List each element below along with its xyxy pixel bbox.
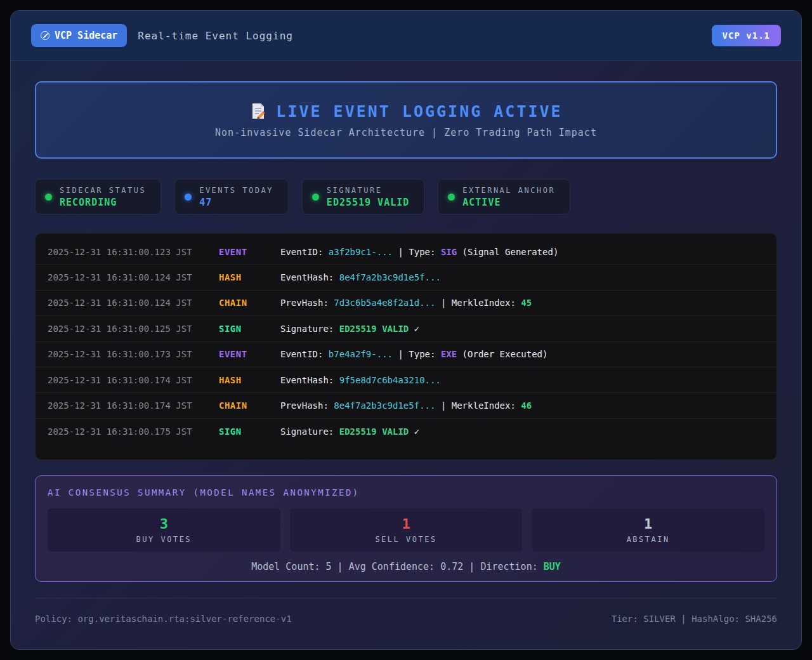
log-message: Signature: ED25519 VALID ✓ (280, 426, 764, 437)
log-message-segment: EventID: (280, 349, 329, 359)
app-window: VCP Sidecar Real-time Event Logging VCP … (10, 10, 802, 650)
status-card-row: SIDECAR STATUSRECORDINGEVENTS TODAY47SIG… (35, 179, 777, 214)
banner-subtitle: Non-invasive Sidecar Architecture | Zero… (215, 127, 597, 138)
vcp-sidecar-badge-label: VCP Sidecar (55, 30, 117, 41)
vote-label: ABSTAIN (627, 535, 670, 544)
status-card-text: EXTERNAL ANCHORACTIVE (462, 186, 555, 208)
log-message-segment: Signature: (280, 426, 339, 437)
log-message-segment: a3f2b9c1-... (329, 247, 393, 257)
log-message-segment: | Type: (393, 247, 441, 257)
log-timestamp: 2025-12-31 16:31:00.123 JST (48, 247, 219, 257)
log-message-segment: PrevHash: (280, 298, 334, 308)
banner-title: LIVE EVENT LOGGING ACTIVE (276, 102, 562, 121)
log-message-segment: 46 (521, 400, 532, 411)
vcp-logo-icon (41, 31, 49, 40)
log-tag: HASH (219, 272, 280, 282)
log-tag: HASH (219, 375, 280, 385)
log-timestamp: 2025-12-31 16:31:00.174 JST (48, 400, 219, 411)
status-card-text: EVENTS TODAY47 (199, 186, 273, 208)
votes-row: 3BUY VOTES1SELL VOTES1ABSTAIN (48, 508, 764, 551)
status-card-label: SIDECAR STATUS (60, 186, 146, 195)
banner-title-row: LIVE EVENT LOGGING ACTIVE (249, 102, 562, 121)
log-message-segment: 8e4f7a2b3c9d1e5f... (334, 400, 435, 411)
log-message-segment: 9f5e8d7c6b4a3210... (339, 375, 441, 385)
status-card-text: SIGNATUREED25519 VALID (327, 186, 409, 208)
status-card: SIDECAR STATUSRECORDING (35, 179, 161, 214)
status-dot-icon (45, 194, 52, 201)
log-message-segment: | MerkleIndex: (435, 400, 521, 411)
log-row: 2025-12-31 16:31:00.173 JSTEVENTEventID:… (36, 342, 776, 367)
vote-value: 1 (644, 516, 652, 532)
log-row: 2025-12-31 16:31:00.125 JSTSIGNSignature… (36, 316, 776, 341)
log-message-segment: | MerkleIndex: (435, 298, 521, 308)
consensus-title: AI CONSENSUS SUMMARY (MODEL NAMES ANONYM… (48, 487, 764, 498)
log-timestamp: 2025-12-31 16:31:00.174 JST (48, 375, 219, 385)
event-log-panel: 2025-12-31 16:31:00.123 JSTEVENTEventID:… (35, 233, 777, 460)
consensus-direction: BUY (544, 561, 561, 572)
status-card: EVENTS TODAY47 (174, 179, 289, 214)
log-tag: CHAIN (219, 298, 280, 308)
status-dot-icon (185, 194, 192, 201)
log-timestamp: 2025-12-31 16:31:00.124 JST (48, 272, 219, 282)
log-message-segment: Signature: (280, 324, 339, 334)
status-dot-icon (448, 194, 455, 201)
log-message-segment: b7e4a2f9-... (329, 349, 393, 359)
memo-icon (249, 102, 267, 120)
ai-consensus-panel: AI CONSENSUS SUMMARY (MODEL NAMES ANONYM… (35, 475, 777, 582)
log-row: 2025-12-31 16:31:00.174 JSTHASHEventHash… (36, 367, 776, 393)
status-card: SIGNATUREED25519 VALID (302, 179, 424, 214)
vcp-sidecar-badge: VCP Sidecar (31, 24, 127, 47)
content-area: LIVE EVENT LOGGING ACTIVE Non-invasive S… (11, 81, 801, 624)
vote-label: BUY VOTES (136, 535, 192, 544)
vote-label: SELL VOTES (375, 535, 436, 544)
status-card-label: SIGNATURE (327, 186, 409, 195)
log-tag: SIGN (219, 324, 280, 334)
log-message: EventID: b7e4a2f9-... | Type: EXE (Order… (280, 349, 764, 359)
log-tag: CHAIN (219, 400, 280, 411)
log-timestamp: 2025-12-31 16:31:00.173 JST (48, 349, 219, 359)
log-tag: EVENT (219, 349, 280, 359)
log-message: PrevHash: 7d3c6b5a4e8f2a1d... | MerkleIn… (280, 298, 764, 308)
log-message: PrevHash: 8e4f7a2b3c9d1e5f... | MerkleIn… (280, 400, 764, 411)
log-message-segment: ✓ (409, 426, 419, 437)
page-title: Real-time Event Logging (138, 30, 293, 42)
footer-tier: Tier: SILVER | HashAlgo: SHA256 (612, 614, 777, 624)
log-message-segment: EventHash: (280, 375, 339, 385)
vote-card: 3BUY VOTES (48, 508, 280, 551)
log-message-segment: (Order Executed) (457, 349, 547, 359)
status-card-label: EXTERNAL ANCHOR (462, 186, 555, 195)
vote-value: 3 (160, 516, 168, 532)
footer: Policy: org.veritaschain.rta:silver-refe… (35, 614, 777, 624)
consensus-summary: Model Count: 5 | Avg Confidence: 0.72 | … (48, 561, 764, 572)
log-message-segment: ED25519 VALID (339, 324, 409, 334)
log-timestamp: 2025-12-31 16:31:00.124 JST (48, 298, 219, 308)
log-timestamp: 2025-12-31 16:31:00.175 JST (48, 426, 219, 437)
log-message-segment: | Type: (393, 349, 441, 359)
log-tag: EVENT (219, 247, 280, 257)
status-dot-icon (312, 194, 319, 201)
log-row: 2025-12-31 16:31:00.175 JSTSIGNSignature… (36, 419, 776, 444)
status-card-value: ED25519 VALID (327, 197, 409, 208)
log-message-segment: 8e4f7a2b3c9d1e5f... (339, 272, 441, 282)
log-message-segment: EventHash: (280, 272, 339, 282)
log-row: 2025-12-31 16:31:00.123 JSTEVENTEventID:… (36, 239, 776, 265)
footer-policy: Policy: org.veritaschain.rta:silver-refe… (35, 614, 292, 624)
log-row: 2025-12-31 16:31:00.124 JSTHASHEventHash… (36, 265, 776, 290)
log-message-segment: SIG (441, 247, 457, 257)
vote-card: 1ABSTAIN (532, 508, 764, 551)
vote-value: 1 (402, 516, 410, 532)
log-message: EventHash: 8e4f7a2b3c9d1e5f... (280, 272, 764, 282)
log-message: EventHash: 9f5e8d7c6b4a3210... (280, 375, 764, 385)
log-message-segment: PrevHash: (280, 400, 334, 411)
status-card-value: 47 (199, 197, 273, 208)
log-row: 2025-12-31 16:31:00.124 JSTCHAINPrevHash… (36, 291, 776, 316)
log-message-segment: ✓ (409, 324, 419, 334)
log-tag: SIGN (219, 426, 280, 437)
log-message-segment: 45 (521, 298, 532, 308)
log-message: EventID: a3f2b9c1-... | Type: SIG (Signa… (280, 247, 764, 257)
log-message-segment: (Signal Generated) (457, 247, 558, 257)
status-card-label: EVENTS TODAY (199, 186, 273, 195)
live-logging-banner: LIVE EVENT LOGGING ACTIVE Non-invasive S… (35, 81, 777, 159)
header-bar: VCP Sidecar Real-time Event Logging VCP … (11, 11, 801, 61)
consensus-summary-text: Model Count: 5 | Avg Confidence: 0.72 | … (251, 561, 544, 572)
